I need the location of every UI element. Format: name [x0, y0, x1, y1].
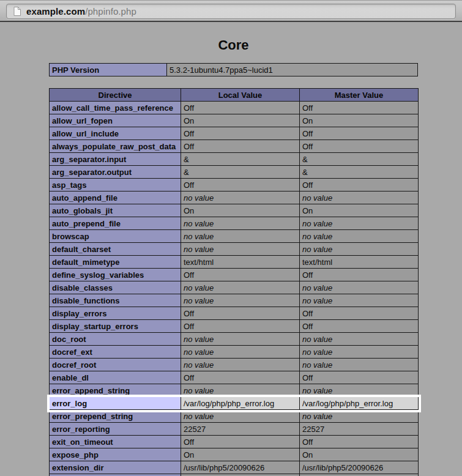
- table-row: default_charsetno valueno value: [50, 243, 419, 256]
- local-value-cell: no value: [181, 333, 300, 346]
- table-row: always_populate_raw_post_dataOffOff: [50, 140, 419, 153]
- directive-name-cell: define_syslog_variables: [50, 269, 181, 281]
- local-value-cell: Off: [181, 320, 300, 333]
- directive-name-cell: arg_separator.input: [50, 153, 181, 166]
- directive-name-cell: error_append_string: [50, 384, 181, 397]
- table-header-row: Directive Local Value Master Value: [50, 89, 419, 102]
- table-row: asp_tagsOffOff: [50, 179, 419, 192]
- directive-name-cell: default_mimetype: [50, 256, 181, 269]
- local-value-cell: Off: [181, 179, 300, 192]
- phpinfo-page: Core PHP Version 5.3.2-1ubuntu4.7ppa5~lu…: [0, 22, 462, 476]
- col-header-master-value: Master Value: [300, 89, 419, 102]
- local-value-cell: no value: [181, 384, 300, 397]
- directive-name-cell: allow_call_time_pass_reference: [50, 102, 181, 114]
- directive-name-cell: docref_root: [50, 359, 181, 371]
- local-value-cell: 22527: [181, 423, 300, 436]
- table-row: allow_url_fopenOnOn: [50, 114, 419, 127]
- master-value-cell: Off: [300, 269, 419, 281]
- url-text: example.com/phpinfo.php: [26, 6, 136, 17]
- table-row: error_log/var/log/php/php_error.log/var/…: [50, 397, 419, 410]
- table-row: exit_on_timeoutOffOff: [50, 436, 419, 448]
- local-value-cell: On: [181, 448, 300, 461]
- directive-name-cell: arg_separator.output: [50, 166, 181, 179]
- master-value-cell: no value: [300, 217, 419, 230]
- directive-name-cell: allow_url_include: [50, 127, 181, 140]
- col-header-local-value: Local Value: [181, 89, 300, 102]
- local-value-cell: &: [181, 166, 300, 179]
- table-row: enable_dlOffOff: [50, 371, 419, 384]
- local-value-cell: no value: [181, 410, 300, 423]
- directive-name-cell: exit_on_timeout: [50, 436, 181, 448]
- table-row: auto_append_fileno valueno value: [50, 192, 419, 204]
- directive-name-cell: disable_classes: [50, 281, 181, 294]
- master-value-cell: no value: [300, 410, 419, 423]
- table-row: error_reporting2252722527: [50, 423, 419, 436]
- directive-name-cell: expose_php: [50, 448, 181, 461]
- table-row: define_syslog_variablesOffOff: [50, 269, 419, 281]
- table-row: display_errorsOffOff: [50, 307, 419, 320]
- directive-name-cell: auto_append_file: [50, 192, 181, 204]
- table-row: auto_globals_jitOnOn: [50, 204, 419, 217]
- phpinfo-content: Core PHP Version 5.3.2-1ubuntu4.7ppa5~lu…: [49, 38, 418, 476]
- table-row: doc_rootno valueno value: [50, 333, 419, 346]
- table-row: browscapno valueno value: [50, 230, 419, 243]
- master-value-cell: no value: [300, 359, 419, 371]
- table-row-partial: [50, 474, 419, 476]
- url-path: /phpinfo.php: [85, 6, 136, 17]
- table-row: arg_separator.input&&: [50, 153, 419, 166]
- table-row: allow_url_includeOffOff: [50, 127, 419, 140]
- master-value-cell: Off: [300, 127, 419, 140]
- php-version-row: PHP Version 5.3.2-1ubuntu4.7ppa5~lucid1: [50, 64, 418, 76]
- address-bar[interactable]: example.com/phpinfo.php: [6, 4, 456, 19]
- master-value-cell: 22527: [300, 423, 419, 436]
- master-value-cell: Off: [300, 371, 419, 384]
- master-value-cell: On: [300, 448, 419, 461]
- master-value-cell: &: [300, 166, 419, 179]
- directive-name-cell: error_log: [50, 397, 181, 410]
- local-value-cell: no value: [181, 294, 300, 307]
- master-value-cell: text/html: [300, 256, 419, 269]
- master-value-cell: no value: [300, 281, 419, 294]
- table-row: docref_rootno valueno value: [50, 359, 419, 371]
- local-value-cell: Off: [181, 307, 300, 320]
- directive-name-cell: auto_globals_jit: [50, 204, 181, 217]
- directive-name-cell: browscap: [50, 230, 181, 243]
- directive-name-cell: default_charset: [50, 243, 181, 256]
- local-value-cell: no value: [181, 230, 300, 243]
- clipped-cell: [181, 474, 300, 476]
- master-value-cell: no value: [300, 346, 419, 359]
- table-row: disable_functionsno valueno value: [50, 294, 419, 307]
- local-value-cell: &: [181, 153, 300, 166]
- table-row: display_startup_errorsOffOff: [50, 320, 419, 333]
- table-row: default_mimetypetext/htmltext/html: [50, 256, 419, 269]
- directives-table: Directive Local Value Master Value allow…: [49, 88, 419, 476]
- master-value-cell: no value: [300, 243, 419, 256]
- local-value-cell: no value: [181, 346, 300, 359]
- master-value-cell: Off: [300, 436, 419, 448]
- directive-name-cell: enable_dl: [50, 371, 181, 384]
- master-value-cell: no value: [300, 384, 419, 397]
- directive-name-cell: error_reporting: [50, 423, 181, 436]
- directive-name-cell: asp_tags: [50, 179, 181, 192]
- directive-name-cell: doc_root: [50, 333, 181, 346]
- local-value-cell: On: [181, 114, 300, 127]
- clipped-cell: [50, 474, 181, 476]
- table-row: allow_call_time_pass_referenceOffOff: [50, 102, 419, 114]
- master-value-cell: Off: [300, 307, 419, 320]
- table-row: expose_phpOnOn: [50, 448, 419, 461]
- local-value-cell: /usr/lib/php5/20090626: [181, 461, 300, 474]
- directive-name-cell: allow_url_fopen: [50, 114, 181, 127]
- local-value-cell: Off: [181, 436, 300, 448]
- master-value-cell: Off: [300, 102, 419, 114]
- local-value-cell: text/html: [181, 256, 300, 269]
- php-version-label: PHP Version: [50, 64, 167, 76]
- master-value-cell: On: [300, 114, 419, 127]
- directive-name-cell: extension_dir: [50, 461, 181, 474]
- page-icon: [13, 7, 21, 16]
- local-value-cell: Off: [181, 127, 300, 140]
- table-row: error_append_stringno valueno value: [50, 384, 419, 397]
- local-value-cell: no value: [181, 359, 300, 371]
- local-value-cell: Off: [181, 102, 300, 114]
- master-value-cell: /var/log/php/php_error.log: [300, 397, 419, 410]
- page-title: Core: [49, 38, 418, 52]
